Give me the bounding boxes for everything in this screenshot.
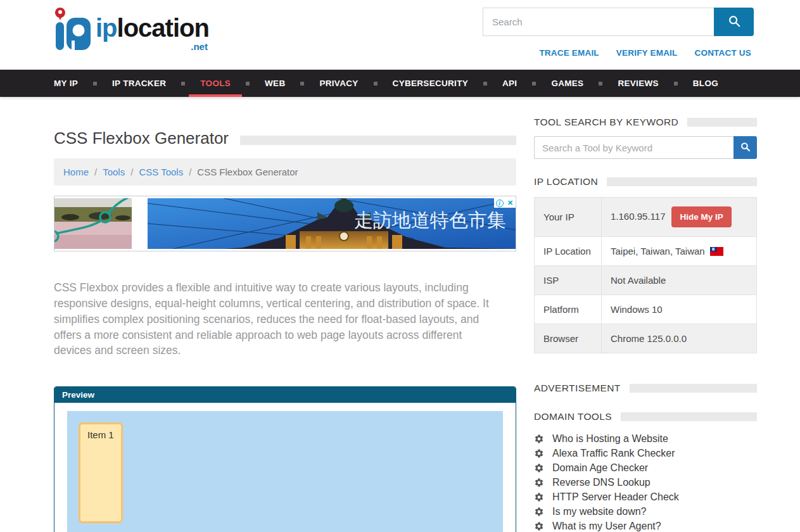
flex-preview-container: Item 1 [67, 411, 503, 532]
domain-tool-item: Reverse DNS Lookup [534, 475, 757, 490]
domain-tools-list: Who is Hosting a WebsiteAlexa Traffic Ra… [534, 431, 757, 532]
breadcrumb-item-home[interactable]: Home [63, 167, 89, 177]
svg-text:走訪地道特色市集: 走訪地道特色市集 [354, 209, 506, 231]
breadcrumb-separator: / [189, 167, 191, 177]
ad-right-image: 走訪地道特色市集 [148, 198, 516, 249]
site-logo[interactable]: iplocation .net [48, 5, 209, 57]
domain-tool-link-who-is-hosting-a-website[interactable]: Who is Hosting a Website [552, 433, 668, 445]
ip-table-label: Browser [535, 324, 602, 353]
ip-location-table: Your IP1.160.95.117Hide My IPIP Location… [534, 197, 757, 353]
domain-tool-link-what-is-my-user-agent[interactable]: What is my User Agent? [552, 521, 661, 532]
gear-icon [534, 463, 544, 473]
preview-panel: Preview Item 1 [54, 386, 516, 532]
nav-item-games[interactable]: GAMES [540, 70, 595, 97]
ip-table-label: Platform [535, 295, 602, 324]
nav-item-privacy[interactable]: PRIVACY [308, 70, 369, 97]
ip-table-value: Chrome 125.0.0.0 [602, 324, 757, 353]
main-content: CSS Flexbox Generator Home/Tools/CSS Too… [54, 97, 516, 532]
ad-close-icon[interactable]: ✕ [505, 198, 516, 208]
nav-separator [532, 82, 536, 86]
gear-icon [534, 448, 544, 459]
breadcrumb-separator: / [130, 167, 133, 177]
domain-tool-item: Alexa Traffic Rank Checker [534, 446, 757, 460]
taiwan-flag-icon [710, 247, 723, 256]
domain-tool-link-domain-age-checker[interactable]: Domain Age Checker [552, 462, 648, 474]
search-icon [740, 141, 751, 154]
header-link-verify-email[interactable]: VERIFY EMAIL [616, 48, 678, 58]
page-title: CSS Flexbox Generator [54, 129, 229, 148]
domain-tool-item: Who is Hosting a Website [534, 431, 757, 446]
ad-badges: i ✕ [494, 198, 516, 208]
site-header: iplocation .net TRACE EMAILVERIFY EMAILC… [0, 0, 800, 70]
nav-separator [374, 82, 378, 86]
ip-table-value: 1.160.95.117Hide My IP [602, 198, 757, 237]
ip-table-value: Windows 10 [602, 295, 757, 324]
breadcrumb-separator: / [94, 167, 97, 177]
domain-tool-item: What is my User Agent? [534, 519, 757, 532]
title-decor-bar [240, 136, 516, 145]
domain-tool-item: HTTP Server Header Check [534, 490, 757, 504]
nav-separator [181, 82, 185, 86]
ip-table-value: Taipei, Taiwan, Taiwan [602, 237, 757, 266]
flex-preview-item: Item 1 [79, 422, 123, 523]
header-search-input[interactable] [483, 8, 714, 36]
nav-item-my-ip[interactable]: MY IP [42, 70, 89, 97]
tool-search-input[interactable] [534, 136, 733, 159]
page-body: CSS Flexbox Generator Home/Tools/CSS Too… [0, 97, 800, 532]
nav-separator [674, 82, 678, 86]
gear-icon [534, 434, 544, 444]
logo-mark-icon [48, 5, 92, 57]
domain-tool-item: Is my website down? [534, 504, 757, 519]
nav-separator [483, 82, 487, 86]
tool-search-button[interactable] [733, 136, 757, 159]
ip-table-label: ISP [535, 266, 602, 295]
nav-item-cybersecurity[interactable]: CYBERSECURITY [381, 70, 479, 97]
nav-item-ip-tracker[interactable]: IP TRACKER [101, 70, 177, 97]
ip-table-row-isp: ISPNot Available [535, 266, 757, 295]
hide-my-ip-button[interactable]: Hide My IP [671, 206, 731, 227]
logo-text: iplocation .net [96, 15, 209, 51]
breadcrumb-item-tools[interactable]: Tools [103, 167, 125, 177]
gear-icon [534, 507, 544, 517]
tool-search-heading: TOOL SEARCH BY KEYWORD [534, 117, 757, 128]
domain-tool-item: Domain Age Checker [534, 460, 757, 475]
ip-table-row-your-ip: Your IP1.160.95.117Hide My IP [535, 198, 757, 237]
breadcrumb-item-css-tools[interactable]: CSS Tools [139, 167, 183, 177]
breadcrumb-item-css-flexbox-generator: CSS Flexbox Generator [197, 167, 298, 177]
preview-panel-header: Preview [54, 387, 516, 403]
ad-banner[interactable]: 走訪地道特色市集 i ✕ [54, 196, 516, 251]
sidebar: TOOL SEARCH BY KEYWORD IP LOCATION Your … [534, 97, 757, 532]
header-search [483, 8, 754, 36]
domain-tool-link-reverse-dns-lookup[interactable]: Reverse DNS Lookup [552, 477, 651, 488]
main-nav: MY IPIP TRACKERTOOLSWEBPRIVACYCYBERSECUR… [0, 70, 800, 97]
header-search-button[interactable] [714, 8, 754, 36]
nav-item-api[interactable]: API [491, 70, 528, 97]
tool-search [534, 136, 757, 159]
ip-table-row-browser: BrowserChrome 125.0.0.0 [535, 324, 757, 353]
nav-separator [246, 82, 250, 86]
nav-item-blog[interactable]: BLOG [682, 70, 730, 97]
gear-icon [534, 492, 544, 502]
header-link-trace-email[interactable]: TRACE EMAIL [539, 48, 599, 58]
nav-item-reviews[interactable]: REVIEWS [606, 70, 670, 97]
ad-info-icon[interactable]: i [494, 198, 505, 208]
ip-table-value: Not Available [602, 266, 757, 295]
ip-table-label: IP Location [535, 237, 602, 266]
nav-item-tools[interactable]: TOOLS [189, 70, 242, 97]
nav-item-web[interactable]: WEB [253, 70, 296, 97]
gear-icon [534, 478, 544, 488]
domain-tool-link-alexa-traffic-rank-checker[interactable]: Alexa Traffic Rank Checker [552, 448, 675, 459]
ip-table-label: Your IP [535, 198, 602, 237]
domain-tool-link-is-my-website-down[interactable]: Is my website down? [552, 506, 647, 517]
header-link-contact-us[interactable]: CONTACT US [695, 48, 752, 58]
nav-separator [300, 82, 304, 86]
domain-tool-link-http-server-header-check[interactable]: HTTP Server Header Check [552, 491, 679, 503]
nav-separator [599, 82, 602, 86]
tool-description: CSS Flexbox provides a flexible and intu… [54, 280, 502, 358]
advertisement-heading: ADVERTISEMENT [534, 383, 757, 394]
ip-location-table-body: Your IP1.160.95.117Hide My IPIP Location… [535, 198, 757, 353]
breadcrumb: Home/Tools/CSS Tools/CSS Flexbox Generat… [54, 158, 516, 186]
preview-panel-body: Item 1 [54, 403, 516, 532]
ad-left-image [54, 198, 132, 249]
search-icon [727, 14, 741, 30]
